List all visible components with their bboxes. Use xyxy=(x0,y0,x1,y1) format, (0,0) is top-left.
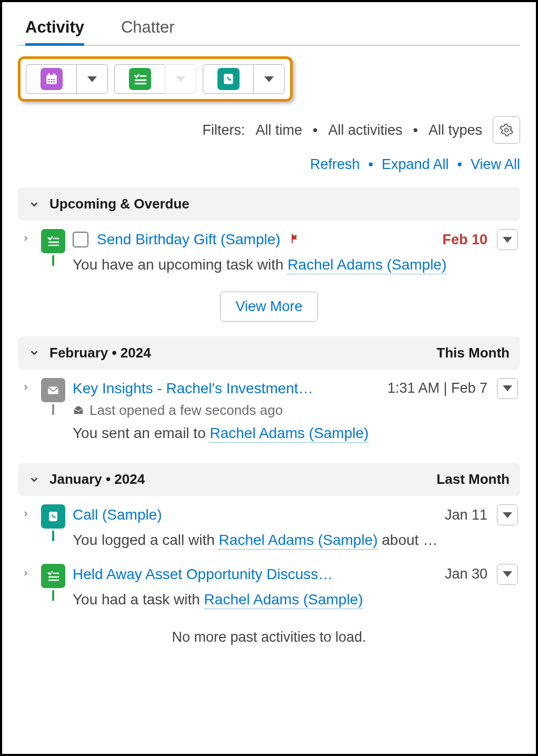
section-title: February • 2024 xyxy=(49,345,151,361)
chevron-right-icon xyxy=(22,383,30,392)
svg-rect-1 xyxy=(46,75,57,77)
activity-description: You logged a call with Rachel Adams (Sam… xyxy=(73,530,520,551)
activity-title-link[interactable]: Held Away Asset Opportunity Discuss… xyxy=(73,566,333,583)
section-upcoming[interactable]: Upcoming & Overdue xyxy=(18,187,520,221)
timestamp: Jan 30 xyxy=(445,566,487,582)
opened-icon xyxy=(73,404,84,416)
svg-rect-8 xyxy=(51,81,52,82)
svg-point-14 xyxy=(505,128,509,132)
section-january[interactable]: January • 2024 Last Month xyxy=(18,463,520,496)
contact-link[interactable]: Rachel Adams (Sample) xyxy=(210,425,368,443)
row-menu-button[interactable] xyxy=(497,504,518,525)
timestamp: 1:31 AM | Feb 7 xyxy=(387,380,487,396)
activity-title-link[interactable]: Key Insights - Rachel's Investments (… xyxy=(73,380,320,397)
svg-rect-6 xyxy=(53,79,55,80)
contact-link[interactable]: Rachel Adams (Sample) xyxy=(287,256,446,274)
task-icon xyxy=(41,229,65,253)
refresh-link[interactable]: Refresh xyxy=(310,156,360,173)
activity-title-link[interactable]: Call (Sample) xyxy=(73,506,162,523)
section-sublabel: Last Month xyxy=(436,471,510,488)
activity-description: You have an upcoming task with Rachel Ad… xyxy=(73,254,520,276)
activity-item: Call (Sample) Jan 11 You logged a call w… xyxy=(18,496,520,555)
chevron-down-icon xyxy=(28,474,40,485)
row-menu-button[interactable] xyxy=(497,229,518,250)
section-title: Upcoming & Overdue xyxy=(49,196,190,212)
gear-icon xyxy=(500,123,513,137)
chevron-right-icon xyxy=(22,510,30,518)
expand-all-link[interactable]: Expand All xyxy=(382,156,449,173)
section-february[interactable]: February • 2024 This Month xyxy=(18,336,520,370)
task-icon xyxy=(129,68,151,90)
log-call-dropdown[interactable] xyxy=(253,64,285,94)
tab-activity[interactable]: Activity xyxy=(25,14,84,46)
activity-item: Send Birthday Gift (Sample) Feb 10 You h… xyxy=(18,221,520,280)
caret-down-icon xyxy=(264,76,274,82)
svg-rect-5 xyxy=(51,79,52,80)
activity-item: Key Insights - Rachel's Investments (… 1… xyxy=(18,370,520,449)
new-task-dropdown xyxy=(165,64,196,94)
activity-item: Held Away Asset Opportunity Discuss… Jan… xyxy=(18,555,520,615)
expand-item[interactable] xyxy=(18,564,34,578)
filter-activities[interactable]: All activities xyxy=(328,122,402,138)
row-menu-button[interactable] xyxy=(497,378,518,399)
new-event-dropdown[interactable] xyxy=(76,64,108,94)
new-task-button[interactable] xyxy=(114,64,165,94)
caret-down-icon xyxy=(503,237,512,243)
filter-types[interactable]: All types xyxy=(429,122,482,138)
flag-icon xyxy=(289,232,302,247)
due-date: Feb 10 xyxy=(442,232,487,248)
expand-item[interactable] xyxy=(18,378,34,392)
phone-icon xyxy=(41,504,65,529)
caret-down-icon xyxy=(503,385,512,391)
chevron-right-icon xyxy=(22,569,30,578)
chevron-right-icon xyxy=(22,234,30,243)
email-icon xyxy=(41,378,65,402)
chevron-down-icon xyxy=(28,347,40,359)
svg-rect-3 xyxy=(53,73,55,75)
timeline-links: Refresh • Expand All • View All xyxy=(18,156,520,173)
contact-link[interactable]: Rachel Adams (Sample) xyxy=(219,532,378,550)
contact-link[interactable]: Rachel Adams (Sample) xyxy=(204,591,363,609)
quick-action-group xyxy=(18,56,293,102)
expand-item[interactable] xyxy=(18,229,34,243)
svg-rect-7 xyxy=(48,81,49,82)
section-title: January • 2024 xyxy=(49,471,145,488)
caret-down-icon xyxy=(503,512,512,518)
tabs-bar: Activity Chatter xyxy=(18,14,520,46)
filter-time[interactable]: All time xyxy=(255,122,302,138)
no-more-activities: No more past activities to load. xyxy=(18,629,520,645)
activity-description: You sent an email to Rachel Adams (Sampl… xyxy=(73,423,520,444)
email-opened-meta: Last opened a few seconds ago xyxy=(73,402,520,419)
caret-down-icon xyxy=(176,76,185,82)
filters-row: Filters: All time • All activities • All… xyxy=(18,116,520,144)
expand-item[interactable] xyxy=(18,504,34,518)
view-more-button[interactable]: View More xyxy=(220,292,317,322)
tab-chatter[interactable]: Chatter xyxy=(121,14,175,46)
svg-rect-9 xyxy=(53,81,55,82)
filters-label: Filters: xyxy=(202,122,245,138)
calendar-icon xyxy=(41,68,63,90)
timestamp: Jan 11 xyxy=(445,507,487,523)
caret-down-icon xyxy=(503,571,512,577)
activity-title-link[interactable]: Send Birthday Gift (Sample) xyxy=(97,231,281,248)
phone-icon xyxy=(217,68,240,90)
view-all-link[interactable]: View All xyxy=(471,156,520,173)
svg-rect-4 xyxy=(48,79,49,80)
timeline-settings-button[interactable] xyxy=(493,116,520,144)
new-event-button[interactable] xyxy=(26,64,76,94)
svg-rect-2 xyxy=(48,73,49,75)
log-call-button[interactable] xyxy=(203,64,253,94)
task-icon xyxy=(41,564,65,588)
chevron-down-icon xyxy=(28,198,40,210)
row-menu-button[interactable] xyxy=(497,564,518,585)
complete-task-checkbox[interactable] xyxy=(73,232,88,247)
section-sublabel: This Month xyxy=(436,345,510,361)
activity-description: You had a task with Rachel Adams (Sample… xyxy=(73,589,520,611)
caret-down-icon xyxy=(87,76,97,82)
